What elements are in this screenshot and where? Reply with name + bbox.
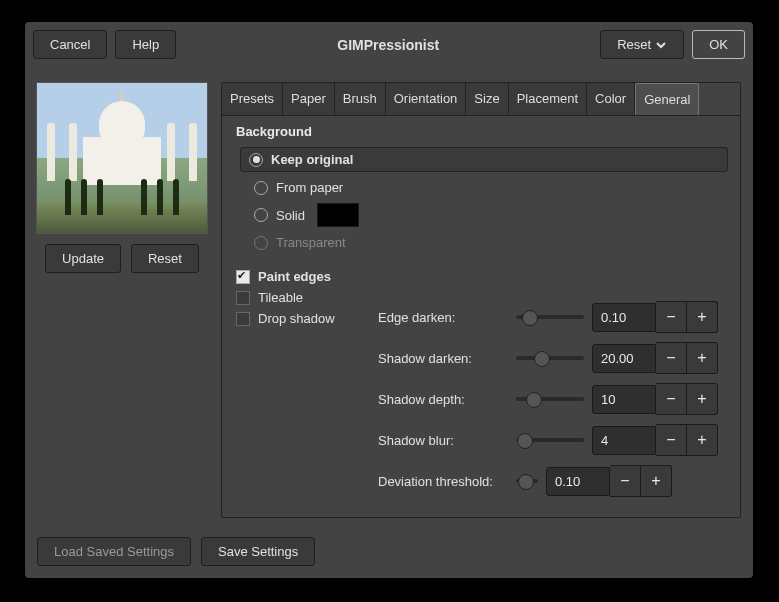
slider-thumb[interactable] bbox=[522, 310, 538, 326]
reset-dropdown-button[interactable]: Reset bbox=[600, 30, 684, 59]
shadow-darken-slider[interactable] bbox=[516, 356, 584, 360]
radio-icon bbox=[254, 236, 268, 250]
tab-paper[interactable]: Paper bbox=[283, 83, 335, 115]
radio-transparent: Transparent bbox=[230, 231, 732, 254]
slider-label: Shadow darken: bbox=[378, 351, 508, 366]
radio-from-paper[interactable]: From paper bbox=[230, 176, 732, 199]
plus-button[interactable]: + bbox=[687, 383, 718, 415]
minus-button[interactable]: − bbox=[656, 342, 687, 374]
plus-button[interactable]: + bbox=[687, 424, 718, 456]
plus-button[interactable]: + bbox=[641, 465, 672, 497]
ok-button[interactable]: OK bbox=[692, 30, 745, 59]
cancel-button[interactable]: Cancel bbox=[33, 30, 107, 59]
radio-icon bbox=[254, 181, 268, 195]
slider-thumb[interactable] bbox=[517, 433, 533, 449]
dialog-title: GIMPressionist bbox=[184, 37, 592, 53]
gimpressionist-dialog: Cancel Help GIMPressionist Reset OK Upda… bbox=[25, 22, 753, 578]
radio-label: From paper bbox=[276, 180, 343, 195]
row-shadow-blur: Shadow blur: − + bbox=[378, 424, 732, 456]
titlebar: Cancel Help GIMPressionist Reset OK bbox=[25, 22, 753, 67]
load-saved-settings-button[interactable]: Load Saved Settings bbox=[37, 537, 191, 566]
check-label: Paint edges bbox=[258, 269, 331, 284]
preview-column: Update Reset bbox=[37, 82, 207, 518]
minus-button[interactable]: − bbox=[610, 465, 641, 497]
plus-button[interactable]: + bbox=[687, 342, 718, 374]
check-label: Tileable bbox=[258, 290, 303, 305]
slider-label: Edge darken: bbox=[378, 310, 508, 325]
save-settings-button[interactable]: Save Settings bbox=[201, 537, 315, 566]
plus-button[interactable]: + bbox=[687, 301, 718, 333]
shadow-blur-input[interactable] bbox=[592, 426, 656, 455]
slider-label: Shadow depth: bbox=[378, 392, 508, 407]
shadow-depth-input[interactable] bbox=[592, 385, 656, 414]
tab-presets[interactable]: Presets bbox=[222, 83, 283, 115]
edge-darken-input[interactable] bbox=[592, 303, 656, 332]
tabs-bar: Presets Paper Brush Orientation Size Pla… bbox=[222, 83, 740, 116]
shadow-blur-slider[interactable] bbox=[516, 438, 584, 442]
radio-label: Transparent bbox=[276, 235, 346, 250]
radio-solid[interactable]: Solid bbox=[230, 199, 732, 231]
background-heading: Background bbox=[236, 124, 732, 139]
checkbox-icon bbox=[236, 312, 250, 326]
reset-label: Reset bbox=[617, 37, 651, 52]
slider-label: Shadow blur: bbox=[378, 433, 508, 448]
slider-label: Deviation threshold: bbox=[378, 474, 508, 489]
preview-image bbox=[36, 82, 208, 234]
radio-keep-original[interactable]: Keep original bbox=[240, 147, 728, 172]
checkbox-icon bbox=[236, 270, 250, 284]
check-label: Drop shadow bbox=[258, 311, 335, 326]
tab-general[interactable]: General bbox=[635, 83, 699, 115]
row-deviation-threshold: Deviation threshold: − + bbox=[378, 465, 732, 497]
radio-label: Solid bbox=[276, 208, 305, 223]
tab-placement[interactable]: Placement bbox=[509, 83, 587, 115]
row-shadow-darken: Shadow darken: − + bbox=[378, 342, 732, 374]
settings-panel: Presets Paper Brush Orientation Size Pla… bbox=[221, 82, 741, 518]
radio-label: Keep original bbox=[271, 152, 353, 167]
minus-button[interactable]: − bbox=[656, 424, 687, 456]
footer: Load Saved Settings Save Settings bbox=[37, 537, 315, 566]
radio-icon bbox=[249, 153, 263, 167]
minus-button[interactable]: − bbox=[656, 383, 687, 415]
minus-button[interactable]: − bbox=[656, 301, 687, 333]
row-shadow-depth: Shadow depth: − + bbox=[378, 383, 732, 415]
update-button[interactable]: Update bbox=[45, 244, 121, 273]
tab-brush[interactable]: Brush bbox=[335, 83, 386, 115]
solid-color-swatch[interactable] bbox=[317, 203, 359, 227]
shadow-depth-slider[interactable] bbox=[516, 397, 584, 401]
tab-orientation[interactable]: Orientation bbox=[386, 83, 467, 115]
deviation-input[interactable] bbox=[546, 467, 610, 496]
deviation-slider[interactable] bbox=[516, 479, 538, 483]
edge-darken-slider[interactable] bbox=[516, 315, 584, 319]
slider-thumb[interactable] bbox=[534, 351, 550, 367]
chevron-down-icon bbox=[655, 39, 667, 51]
sliders-group: Edge darken: − + Shadow darken: − + bbox=[378, 301, 732, 506]
preview-reset-button[interactable]: Reset bbox=[131, 244, 199, 273]
check-paint-edges[interactable]: Paint edges bbox=[230, 266, 732, 287]
shadow-darken-input[interactable] bbox=[592, 344, 656, 373]
checkbox-icon bbox=[236, 291, 250, 305]
row-edge-darken: Edge darken: − + bbox=[378, 301, 732, 333]
help-button[interactable]: Help bbox=[115, 30, 176, 59]
slider-thumb[interactable] bbox=[518, 474, 534, 490]
slider-thumb[interactable] bbox=[526, 392, 542, 408]
radio-icon bbox=[254, 208, 268, 222]
tab-size[interactable]: Size bbox=[466, 83, 508, 115]
tab-color[interactable]: Color bbox=[587, 83, 635, 115]
